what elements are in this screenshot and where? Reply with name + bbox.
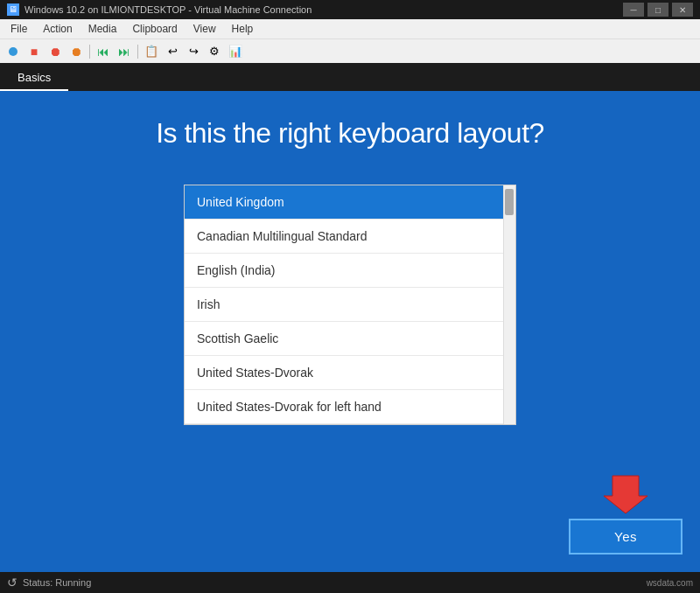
- svg-marker-0: [604, 476, 648, 513]
- toolbar-btn-2[interactable]: ■: [24, 42, 44, 61]
- toolbar: ■ ⏺ ⏺ ⏮ ⏭ 📋 ↩ ↪ ⚙ 📊: [0, 38, 700, 63]
- arrow-down-icon: [604, 471, 648, 515]
- status-left: ↺ Status: Running: [7, 576, 91, 590]
- title-bar-left: 🖥 Windows 10.2 on ILMIONTDESKTOP - Virtu…: [7, 3, 312, 16]
- setup-screen: Is this the right keyboard layout? Unite…: [0, 91, 700, 572]
- toolbar-btn-9[interactable]: ↪: [184, 42, 203, 61]
- menu-clipboard[interactable]: Clipboard: [125, 19, 184, 38]
- keyboard-item-5[interactable]: United States-Dvorak: [185, 356, 515, 390]
- tab-basics[interactable]: Basics: [0, 66, 68, 91]
- scrollbar[interactable]: [503, 185, 515, 424]
- title-bar: 🖥 Windows 10.2 on ILMIONTDESKTOP - Virtu…: [0, 0, 700, 19]
- toolbar-btn-3[interactable]: ⏺: [46, 42, 65, 61]
- keyboard-item-3[interactable]: Irish: [185, 288, 515, 322]
- toolbar-btn-7[interactable]: 📋: [142, 42, 161, 61]
- toolbar-btn-8[interactable]: ↩: [163, 42, 182, 61]
- toolbar-btn-11[interactable]: 📊: [226, 42, 245, 61]
- toolbar-btn-1[interactable]: [4, 42, 23, 61]
- minimize-button[interactable]: ─: [623, 3, 644, 17]
- status-bar: ↺ Status: Running wsdata.com: [0, 572, 700, 593]
- app-icon: 🖥: [7, 3, 19, 16]
- toolbar-icon-1: [9, 47, 18, 56]
- setup-title: Is this the right keyboard layout?: [156, 117, 544, 150]
- toolbar-btn-4[interactable]: ⏺: [66, 42, 86, 61]
- keyboard-item-4[interactable]: Scottish Gaelic: [185, 322, 515, 356]
- tab-bar: Basics: [0, 63, 700, 91]
- menu-action[interactable]: Action: [36, 19, 79, 38]
- toolbar-btn-10[interactable]: ⚙: [205, 42, 224, 61]
- menu-view[interactable]: View: [186, 19, 223, 38]
- menu-help[interactable]: Help: [225, 19, 261, 38]
- toolbar-btn-5[interactable]: ⏮: [94, 42, 113, 61]
- keyboard-item-6[interactable]: United States-Dvorak for left hand: [185, 390, 515, 424]
- yes-button[interactable]: Yes: [569, 519, 682, 555]
- watermark: wsdata.com: [647, 578, 693, 588]
- toolbar-sep-1: [89, 45, 90, 59]
- menu-bar: File Action Media Clipboard View Help: [0, 19, 700, 38]
- close-button[interactable]: ✕: [672, 3, 693, 17]
- keyboard-list-container: United Kingdom Canadian Multilingual Sta…: [184, 185, 516, 425]
- menu-media[interactable]: Media: [81, 19, 124, 38]
- restore-button[interactable]: □: [648, 3, 668, 17]
- yes-button-container: Yes: [569, 471, 682, 555]
- keyboard-item-2[interactable]: English (India): [185, 254, 515, 288]
- menu-file[interactable]: File: [4, 19, 34, 38]
- status-text: Status: Running: [23, 577, 91, 588]
- toolbar-sep-2: [137, 45, 138, 59]
- keyboard-item-1[interactable]: Canadian Multilingual Standard: [185, 220, 515, 254]
- keyboard-list: United Kingdom Canadian Multilingual Sta…: [185, 185, 515, 424]
- scrollbar-thumb: [505, 189, 514, 215]
- window-title: Windows 10.2 on ILMIONTDESKTOP - Virtual…: [24, 4, 312, 15]
- toolbar-btn-6[interactable]: ⏭: [115, 42, 134, 61]
- title-bar-controls: ─ □ ✕: [623, 3, 693, 17]
- keyboard-item-0[interactable]: United Kingdom: [185, 185, 515, 220]
- status-icon: ↺: [7, 576, 18, 590]
